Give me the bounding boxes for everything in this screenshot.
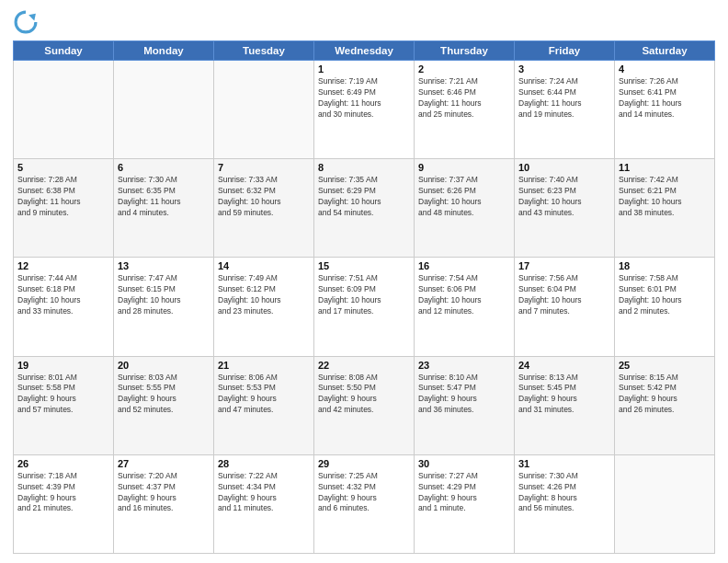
day-info: Sunrise: 7:25 AM Sunset: 4:32 PM Dayligh…	[318, 471, 410, 515]
day-number: 3	[518, 63, 610, 75]
calendar-cell	[114, 61, 214, 159]
calendar-cell: 22Sunrise: 8:08 AM Sunset: 5:50 PM Dayli…	[314, 356, 415, 454]
calendar-cell: 7Sunrise: 7:33 AM Sunset: 6:32 PM Daylig…	[214, 159, 314, 258]
day-number: 11	[619, 162, 711, 173]
day-info: Sunrise: 8:10 AM Sunset: 5:47 PM Dayligh…	[418, 373, 510, 417]
header-day-saturday: Saturday	[615, 41, 715, 61]
day-info: Sunrise: 7:54 AM Sunset: 6:06 PM Dayligh…	[418, 273, 510, 317]
day-number: 1	[318, 63, 410, 75]
calendar-cell: 20Sunrise: 8:03 AM Sunset: 5:55 PM Dayli…	[114, 356, 214, 454]
calendar-cell: 3Sunrise: 7:24 AM Sunset: 6:44 PM Daylig…	[515, 61, 615, 159]
day-number: 12	[17, 260, 109, 271]
header-day-sunday: Sunday	[14, 41, 114, 61]
calendar-cell: 2Sunrise: 7:21 AM Sunset: 6:46 PM Daylig…	[415, 61, 515, 159]
day-number: 27	[118, 458, 210, 469]
day-info: Sunrise: 8:15 AM Sunset: 5:42 PM Dayligh…	[619, 373, 711, 417]
day-info: Sunrise: 7:58 AM Sunset: 6:01 PM Dayligh…	[619, 273, 711, 317]
header	[13, 9, 715, 35]
header-day-monday: Monday	[114, 41, 214, 61]
day-info: Sunrise: 7:51 AM Sunset: 6:09 PM Dayligh…	[318, 273, 410, 317]
header-day-wednesday: Wednesday	[314, 41, 415, 61]
day-number: 14	[218, 260, 310, 271]
day-info: Sunrise: 7:56 AM Sunset: 6:04 PM Dayligh…	[518, 273, 610, 317]
week-row-0: 1Sunrise: 7:19 AM Sunset: 6:49 PM Daylig…	[14, 61, 715, 159]
calendar-cell: 17Sunrise: 7:56 AM Sunset: 6:04 PM Dayli…	[515, 258, 615, 356]
calendar-cell: 15Sunrise: 7:51 AM Sunset: 6:09 PM Dayli…	[314, 258, 415, 356]
calendar-cell: 1Sunrise: 7:19 AM Sunset: 6:49 PM Daylig…	[314, 61, 415, 159]
calendar-cell: 27Sunrise: 7:20 AM Sunset: 4:37 PM Dayli…	[114, 454, 214, 553]
day-info: Sunrise: 7:37 AM Sunset: 6:26 PM Dayligh…	[418, 175, 510, 219]
day-number: 2	[418, 63, 510, 75]
header-day-thursday: Thursday	[415, 41, 515, 61]
header-row: SundayMondayTuesdayWednesdayThursdayFrid…	[14, 41, 715, 61]
day-number: 28	[218, 458, 310, 469]
day-number: 19	[17, 360, 109, 371]
day-info: Sunrise: 7:47 AM Sunset: 6:15 PM Dayligh…	[118, 273, 210, 317]
day-info: Sunrise: 8:13 AM Sunset: 5:45 PM Dayligh…	[518, 373, 610, 417]
calendar-cell: 14Sunrise: 7:49 AM Sunset: 6:12 PM Dayli…	[214, 258, 314, 356]
calendar-cell: 30Sunrise: 7:27 AM Sunset: 4:29 PM Dayli…	[415, 454, 515, 553]
calendar-cell: 12Sunrise: 7:44 AM Sunset: 6:18 PM Dayli…	[14, 258, 114, 356]
day-number: 18	[619, 260, 711, 271]
day-number: 23	[418, 360, 510, 371]
calendar-cell: 5Sunrise: 7:28 AM Sunset: 6:38 PM Daylig…	[14, 159, 114, 258]
day-number: 16	[418, 260, 510, 271]
logo	[13, 9, 42, 35]
calendar-cell: 11Sunrise: 7:42 AM Sunset: 6:21 PM Dayli…	[615, 159, 715, 258]
calendar-cell	[214, 61, 314, 159]
day-number: 5	[17, 162, 109, 173]
calendar-cell: 4Sunrise: 7:26 AM Sunset: 6:41 PM Daylig…	[615, 61, 715, 159]
calendar-header: SundayMondayTuesdayWednesdayThursdayFrid…	[14, 41, 715, 61]
day-number: 30	[418, 458, 510, 469]
day-number: 25	[619, 360, 711, 371]
week-row-4: 26Sunrise: 7:18 AM Sunset: 4:39 PM Dayli…	[14, 454, 715, 553]
day-number: 29	[318, 458, 410, 469]
day-info: Sunrise: 7:42 AM Sunset: 6:21 PM Dayligh…	[619, 175, 711, 219]
calendar-cell: 25Sunrise: 8:15 AM Sunset: 5:42 PM Dayli…	[615, 356, 715, 454]
calendar-cell: 8Sunrise: 7:35 AM Sunset: 6:29 PM Daylig…	[314, 159, 415, 258]
day-info: Sunrise: 7:40 AM Sunset: 6:23 PM Dayligh…	[518, 175, 610, 219]
day-number: 9	[418, 162, 510, 173]
calendar-cell: 16Sunrise: 7:54 AM Sunset: 6:06 PM Dayli…	[415, 258, 515, 356]
day-info: Sunrise: 7:21 AM Sunset: 6:46 PM Dayligh…	[418, 76, 510, 121]
calendar-table: SundayMondayTuesdayWednesdayThursdayFrid…	[13, 40, 715, 554]
week-row-1: 5Sunrise: 7:28 AM Sunset: 6:38 PM Daylig…	[14, 159, 715, 258]
calendar-cell: 24Sunrise: 8:13 AM Sunset: 5:45 PM Dayli…	[515, 356, 615, 454]
day-number: 26	[17, 458, 109, 469]
calendar-cell: 21Sunrise: 8:06 AM Sunset: 5:53 PM Dayli…	[214, 356, 314, 454]
day-number: 21	[218, 360, 310, 371]
day-info: Sunrise: 7:28 AM Sunset: 6:38 PM Dayligh…	[17, 175, 109, 219]
calendar-cell: 18Sunrise: 7:58 AM Sunset: 6:01 PM Dayli…	[615, 258, 715, 356]
day-info: Sunrise: 7:33 AM Sunset: 6:32 PM Dayligh…	[218, 175, 310, 219]
calendar-cell: 13Sunrise: 7:47 AM Sunset: 6:15 PM Dayli…	[114, 258, 214, 356]
day-info: Sunrise: 7:20 AM Sunset: 4:37 PM Dayligh…	[118, 471, 210, 515]
day-info: Sunrise: 7:30 AM Sunset: 6:35 PM Dayligh…	[118, 175, 210, 219]
day-number: 15	[318, 260, 410, 271]
week-row-2: 12Sunrise: 7:44 AM Sunset: 6:18 PM Dayli…	[14, 258, 715, 356]
calendar-cell: 23Sunrise: 8:10 AM Sunset: 5:47 PM Dayli…	[415, 356, 515, 454]
header-day-tuesday: Tuesday	[214, 41, 314, 61]
day-number: 24	[518, 360, 610, 371]
day-info: Sunrise: 7:18 AM Sunset: 4:39 PM Dayligh…	[17, 471, 109, 515]
day-info: Sunrise: 7:24 AM Sunset: 6:44 PM Dayligh…	[518, 76, 610, 121]
calendar-cell: 6Sunrise: 7:30 AM Sunset: 6:35 PM Daylig…	[114, 159, 214, 258]
calendar-cell: 26Sunrise: 7:18 AM Sunset: 4:39 PM Dayli…	[14, 454, 114, 553]
logo-icon	[13, 9, 39, 35]
day-number: 20	[118, 360, 210, 371]
day-number: 31	[518, 458, 610, 469]
calendar-cell: 19Sunrise: 8:01 AM Sunset: 5:58 PM Dayli…	[14, 356, 114, 454]
day-number: 13	[118, 260, 210, 271]
day-info: Sunrise: 7:27 AM Sunset: 4:29 PM Dayligh…	[418, 471, 510, 515]
day-number: 10	[518, 162, 610, 173]
calendar-cell: 10Sunrise: 7:40 AM Sunset: 6:23 PM Dayli…	[515, 159, 615, 258]
calendar-cell: 31Sunrise: 7:30 AM Sunset: 4:26 PM Dayli…	[515, 454, 615, 553]
day-number: 4	[619, 63, 711, 75]
day-info: Sunrise: 7:22 AM Sunset: 4:34 PM Dayligh…	[218, 471, 310, 515]
day-info: Sunrise: 7:49 AM Sunset: 6:12 PM Dayligh…	[218, 273, 310, 317]
calendar-cell: 29Sunrise: 7:25 AM Sunset: 4:32 PM Dayli…	[314, 454, 415, 553]
day-info: Sunrise: 7:44 AM Sunset: 6:18 PM Dayligh…	[17, 273, 109, 317]
day-info: Sunrise: 7:35 AM Sunset: 6:29 PM Dayligh…	[318, 175, 410, 219]
day-info: Sunrise: 8:03 AM Sunset: 5:55 PM Dayligh…	[118, 373, 210, 417]
day-number: 7	[218, 162, 310, 173]
calendar-cell	[14, 61, 114, 159]
